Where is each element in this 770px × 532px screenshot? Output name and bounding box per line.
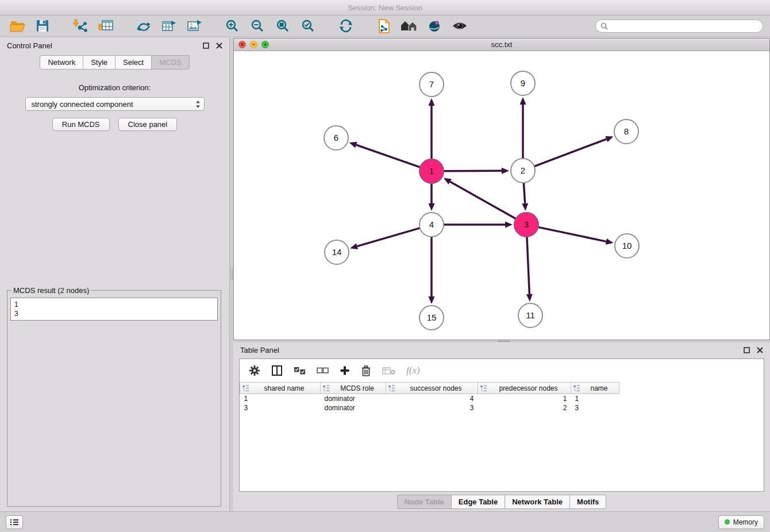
tab-select[interactable]: Select	[116, 55, 152, 70]
show-graphics-button[interactable]	[449, 17, 470, 34]
edge-arrowhead-1-6	[349, 142, 357, 148]
show-columns-button[interactable]	[271, 365, 283, 376]
table-row[interactable]: 3dominator323	[240, 403, 619, 413]
create-column-button[interactable]	[340, 365, 350, 376]
zoom-out-button[interactable]	[247, 17, 268, 34]
select-all-columns-button[interactable]	[294, 367, 306, 375]
network-merge-button[interactable]	[133, 17, 154, 34]
criterion-select[interactable]: strongly connected component	[25, 97, 205, 111]
function-builder-button[interactable]: f(x)	[406, 365, 420, 376]
mcds-result-list[interactable]: 1 3	[10, 298, 218, 321]
delete-table-button[interactable]	[382, 367, 395, 375]
result-line: 1	[14, 300, 214, 309]
first-neighbors-button[interactable]	[399, 17, 419, 34]
column-header-predecessor-nodes[interactable]: predecessor nodes	[478, 383, 571, 394]
node-label-10: 10	[622, 241, 632, 250]
edge-3-1[interactable]	[450, 182, 515, 219]
edge-4-14[interactable]	[357, 228, 420, 246]
memory-label: Memory	[733, 518, 758, 526]
zoom-fit-button[interactable]	[272, 17, 293, 34]
export-table-button[interactable]	[159, 17, 179, 34]
network-document-button[interactable]	[374, 17, 394, 34]
edge-3-10[interactable]	[538, 227, 606, 241]
delete-column-button[interactable]	[361, 365, 371, 377]
column-header-name[interactable]: name	[571, 383, 619, 394]
apply-style-button[interactable]	[424, 17, 445, 34]
control-panel: Control Panel Network Style Select MCDS …	[0, 38, 230, 511]
zoom-in-button[interactable]	[222, 17, 242, 34]
edge-arrowhead-1-4	[429, 203, 435, 211]
column-header-shared-name[interactable]: shared name	[240, 383, 321, 394]
table-cell[interactable]: 4	[386, 394, 478, 403]
zoom-window-icon[interactable]	[261, 41, 269, 48]
save-session-button[interactable]	[32, 17, 53, 34]
task-history-button[interactable]	[6, 515, 23, 529]
table-cell[interactable]: 1	[240, 394, 321, 403]
tab-motifs[interactable]: Motifs	[570, 495, 606, 509]
tab-mcds[interactable]: MCDS	[152, 55, 189, 70]
table-cell[interactable]: 1	[571, 394, 619, 403]
close-panel-icon[interactable]	[757, 347, 763, 353]
memory-status-icon	[725, 519, 730, 525]
delete-table-icon	[382, 367, 395, 375]
tab-edge-table[interactable]: Edge Table	[452, 495, 505, 509]
edge-2-8[interactable]	[534, 139, 607, 167]
open-session-button[interactable]	[7, 17, 28, 34]
table-cell[interactable]: 1	[478, 394, 571, 403]
import-table-button[interactable]	[95, 17, 116, 34]
edge-3-11[interactable]	[527, 237, 529, 294]
tab-network[interactable]: Network	[40, 55, 83, 70]
edge-arrowhead-4-15	[429, 296, 435, 304]
close-panel-icon[interactable]	[216, 43, 222, 49]
float-panel-icon[interactable]	[744, 347, 750, 353]
table-cell[interactable]: dominator	[321, 403, 386, 413]
search-input[interactable]	[611, 22, 758, 30]
column-header-MCDS-role[interactable]: MCDS role	[321, 383, 386, 394]
float-panel-icon[interactable]	[203, 43, 209, 49]
table-cell[interactable]: 3	[571, 403, 619, 413]
edge-arrowhead-1-7	[429, 98, 435, 106]
run-mcds-button[interactable]: Run MCDS	[52, 118, 110, 131]
task-list-icon	[10, 519, 19, 526]
import-network-button[interactable]	[70, 17, 91, 34]
export-image-button[interactable]	[184, 17, 205, 34]
network-graph[interactable]: 7968124314101511	[234, 51, 769, 340]
minimize-window-icon[interactable]	[250, 41, 257, 48]
close-panel-button[interactable]: Close panel	[118, 118, 178, 131]
edge-1-6[interactable]	[356, 145, 420, 167]
zoom-in-icon	[225, 19, 239, 33]
table-panel-card: f(x) shared nameMCDS rolesuccessor nodes…	[239, 358, 764, 492]
eye-icon	[452, 21, 468, 31]
network-window-titlebar[interactable]: scc.txt	[234, 38, 769, 51]
edge-2-3[interactable]	[523, 183, 525, 203]
tab-style[interactable]: Style	[83, 55, 116, 70]
network-document-icon	[378, 18, 391, 34]
network-canvas[interactable]: 7968124314101511	[234, 51, 769, 340]
close-window-icon[interactable]	[238, 41, 246, 48]
table-cell[interactable]: 3	[386, 403, 478, 413]
node-label-4: 4	[429, 219, 434, 229]
refresh-view-button[interactable]	[336, 17, 356, 34]
node-table: shared nameMCDS rolesuccessor nodesprede…	[240, 382, 619, 413]
edge-arrowhead-4-3	[505, 222, 513, 228]
criterion-select-value: strongly connected component	[32, 100, 133, 109]
edge-arrowhead-2-8	[605, 136, 613, 142]
edge-1-2[interactable]	[444, 171, 502, 171]
table-cell[interactable]: dominator	[321, 394, 386, 403]
column-header-successor-nodes[interactable]: successor nodes	[386, 383, 478, 394]
tab-node-table[interactable]: Node Table	[397, 495, 452, 509]
table-cell[interactable]: 2	[478, 403, 571, 413]
table-row[interactable]: 1dominator411	[240, 394, 619, 403]
window-title: Session: New Session	[348, 3, 422, 12]
memory-button[interactable]: Memory	[718, 515, 764, 529]
edge-arrowhead-4-14	[350, 243, 358, 249]
node-label-3: 3	[524, 219, 529, 229]
zoom-selected-button[interactable]	[298, 17, 318, 34]
table-panel-header: Table Panel	[233, 342, 770, 357]
sort-icon	[242, 385, 249, 394]
table-settings-button[interactable]	[249, 365, 260, 376]
table-cell[interactable]: 3	[240, 403, 321, 413]
deselect-all-columns-button[interactable]	[317, 367, 329, 374]
tab-network-table[interactable]: Network Table	[505, 495, 570, 509]
edge-arrowhead-2-9	[520, 97, 526, 105]
